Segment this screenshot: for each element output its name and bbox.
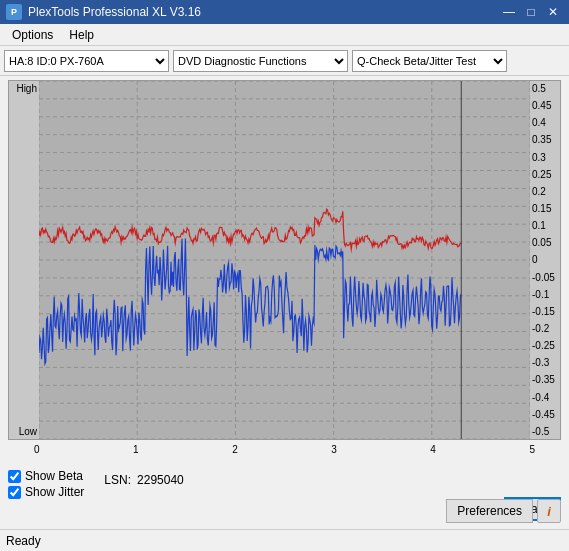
show-beta-row: Show Beta: [8, 469, 84, 483]
chart-container: High Low 0.5 0.45 0.4 0.35 0.3 0.25 0.2 …: [8, 80, 561, 440]
app-icon: P: [6, 4, 22, 20]
preferences-button[interactable]: Preferences: [446, 499, 533, 523]
info-button[interactable]: i: [537, 499, 561, 523]
drive-select[interactable]: HA:8 ID:0 PX-760A: [4, 50, 169, 72]
menu-help[interactable]: Help: [61, 26, 102, 44]
x-axis: 0 1 2 3 4 5: [34, 444, 535, 455]
show-jitter-row: Show Jitter: [8, 485, 84, 499]
minimize-button[interactable]: —: [499, 4, 519, 20]
y-axis-right: 0.5 0.45 0.4 0.35 0.3 0.25 0.2 0.15 0.1 …: [530, 81, 560, 439]
y-label-high: High: [16, 83, 37, 94]
title-bar-controls: — □ ✕: [499, 4, 563, 20]
function-select[interactable]: DVD Diagnostic Functions: [173, 50, 348, 72]
toolbar: HA:8 ID:0 PX-760A DVD Diagnostic Functio…: [0, 46, 569, 76]
chart-inner: [39, 81, 530, 439]
preferences-area: Preferences i: [446, 499, 561, 523]
y-label-low: Low: [19, 426, 37, 437]
show-jitter-checkbox[interactable]: [8, 486, 21, 499]
show-beta-checkbox[interactable]: [8, 470, 21, 483]
window-title: PlexTools Professional XL V3.16: [28, 5, 201, 19]
close-button[interactable]: ✕: [543, 4, 563, 20]
show-jitter-label[interactable]: Show Jitter: [25, 485, 84, 499]
maximize-button[interactable]: □: [521, 4, 541, 20]
y-axis-left: High Low: [9, 81, 39, 439]
chart-canvas: [39, 81, 530, 439]
lsn-value: 2295040: [137, 473, 184, 487]
title-bar: P PlexTools Professional XL V3.16 — □ ✕: [0, 0, 569, 24]
menu-bar: Options Help: [0, 24, 569, 46]
status-text: Ready: [6, 534, 41, 548]
status-bar: Ready: [0, 529, 569, 551]
info-icon: i: [547, 504, 551, 519]
lsn-label: LSN:: [104, 473, 131, 487]
show-beta-label[interactable]: Show Beta: [25, 469, 83, 483]
menu-options[interactable]: Options: [4, 26, 61, 44]
chart-wrapper: High Low 0.5 0.45 0.4 0.35 0.3 0.25 0.2 …: [4, 80, 565, 455]
test-select[interactable]: Q-Check Beta/Jitter Test: [352, 50, 507, 72]
